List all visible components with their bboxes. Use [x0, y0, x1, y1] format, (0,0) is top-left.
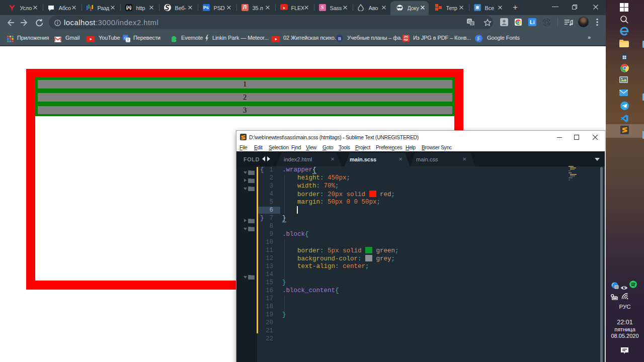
- svg-text:В: В: [338, 36, 341, 41]
- svg-text:PDF: PDF: [404, 39, 408, 41]
- svg-text:文: 文: [126, 38, 130, 42]
- svg-text:F: F: [477, 36, 480, 42]
- svg-text:JPG: JPG: [404, 36, 409, 38]
- svg-text:文: 文: [470, 22, 474, 26]
